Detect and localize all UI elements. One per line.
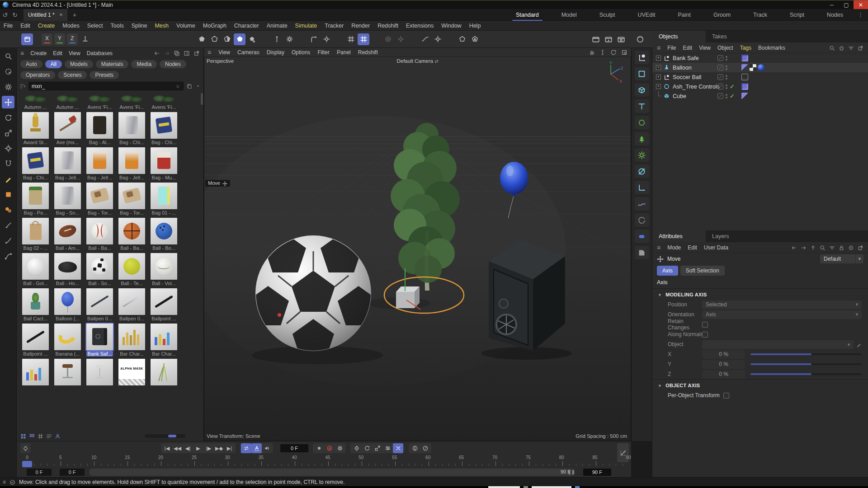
- search-input[interactable]: [32, 83, 175, 89]
- asset-item-bank-saf-[interactable]: Bank Saf...: [84, 324, 116, 357]
- tool-spline-tool[interactable]: [2, 249, 14, 262]
- asset-item-ball-ho-[interactable]: Ball - Ho...: [52, 253, 84, 286]
- layout-menu-icon[interactable]: ⋮: [858, 11, 868, 18]
- filter-button[interactable]: [848, 44, 854, 51]
- menu-modes[interactable]: Modes: [62, 23, 80, 29]
- asset-tab-auto[interactable]: Auto: [20, 60, 42, 68]
- asset-tab-all[interactable]: All: [45, 60, 62, 68]
- tool-pen[interactable]: [2, 173, 14, 185]
- expand-toggle[interactable]: +: [656, 65, 661, 70]
- slider-z[interactable]: [750, 373, 862, 375]
- playhead[interactable]: [22, 461, 32, 467]
- timeline-ruler[interactable]: 051015202530354045505560657075808590: [17, 455, 631, 468]
- value-field-z[interactable]: 0 %: [702, 370, 745, 379]
- mesh-add-button[interactable]: [246, 33, 258, 45]
- tool-fill-square[interactable]: [2, 188, 14, 201]
- asset-item[interactable]: [148, 359, 180, 385]
- maximize-button[interactable]: [621, 49, 627, 56]
- external-button[interactable]: [858, 244, 863, 250]
- menu-character[interactable]: Character: [234, 23, 259, 29]
- checkbox-per-object-transform[interactable]: [723, 393, 729, 399]
- attr-menu-edit[interactable]: Edit: [688, 244, 697, 251]
- hamburger-icon[interactable]: ≡: [208, 49, 211, 56]
- render-ball-button[interactable]: [634, 33, 646, 45]
- thumb-grid2-button[interactable]: [29, 433, 35, 439]
- document-tab[interactable]: Untitled 1 * ✕: [24, 9, 67, 21]
- hamburger-icon[interactable]: ≡: [657, 244, 660, 251]
- asset-item-bar-char-[interactable]: Bar Char...: [116, 324, 148, 357]
- mode-axis[interactable]: Axis: [657, 266, 678, 276]
- object-row-bank-safe[interactable]: +Bank Safe: [652, 53, 868, 63]
- visibility-dots[interactable]: [726, 56, 727, 61]
- view-label[interactable]: Perspective: [207, 58, 234, 64]
- menu-file[interactable]: File: [4, 23, 13, 29]
- asset-item-banana-[interactable]: Banana (...: [52, 324, 84, 357]
- asset-item-bag-02-[interactable]: Bag 02 - ...: [19, 218, 52, 251]
- tag-material[interactable]: [758, 64, 764, 71]
- asset-item-bag-jell-[interactable]: Bag - Jell...: [84, 147, 116, 180]
- tag-annotation[interactable]: [741, 74, 748, 80]
- dropdown-position[interactable]: Selected▼: [702, 300, 862, 309]
- asset-item-ballpoint-[interactable]: Ballpoint ...: [19, 324, 52, 357]
- tab-layers[interactable]: Layers: [706, 230, 759, 242]
- asset-tab-operators[interactable]: Operators: [20, 71, 55, 79]
- asset-menu-edit[interactable]: Edit: [53, 50, 62, 56]
- expand-toggle[interactable]: +: [656, 56, 661, 61]
- loop-toggle[interactable]: [241, 443, 251, 453]
- poly-outline-button[interactable]: [456, 33, 468, 45]
- key-pla-button[interactable]: [393, 443, 403, 453]
- asset-tab-presets[interactable]: Presets: [90, 71, 119, 79]
- tool-search[interactable]: [2, 50, 14, 62]
- search-button[interactable]: [829, 44, 835, 51]
- tweak-gear-button[interactable]: [283, 33, 295, 45]
- asset-item-ball-bo-[interactable]: Ball - Bo...: [148, 218, 180, 251]
- viewport-menu-filter[interactable]: Filter: [317, 49, 330, 56]
- tag-xpresso[interactable]: [741, 55, 748, 61]
- group-header[interactable]: ▼MODELING AXIS: [652, 288, 868, 300]
- lock-z-axis-button[interactable]: Z: [67, 33, 78, 45]
- current-frame-field[interactable]: 0 F: [280, 444, 308, 452]
- grid-snap-button[interactable]: [358, 33, 369, 45]
- make-editable-button[interactable]: [21, 33, 33, 45]
- mesh-solid-button[interactable]: [196, 33, 208, 45]
- asset-tab-scenes[interactable]: Scenes: [58, 71, 87, 79]
- grid-quantize-button[interactable]: [345, 33, 357, 45]
- asset-menu-databases[interactable]: Databases: [87, 50, 113, 56]
- tool-knife[interactable]: [2, 219, 14, 231]
- asset-item-bag-al-[interactable]: Bag - Al...: [84, 112, 116, 145]
- user-button[interactable]: [55, 433, 61, 439]
- mesh-outline-button[interactable]: [208, 33, 220, 45]
- attr-menu-mode[interactable]: Mode: [667, 244, 681, 251]
- asset-item-bag-01-[interactable]: Bag 01 - ...: [148, 183, 180, 216]
- pan-button[interactable]: [589, 49, 595, 56]
- viewport-menu-options[interactable]: Options: [292, 49, 310, 56]
- asset-item-ballpoint-[interactable]: Ballpoint ...: [148, 288, 180, 321]
- asset-item[interactable]: ALPHA MASK: [116, 359, 148, 385]
- asset-item-ball-ba-[interactable]: Ball - Ba...: [84, 218, 116, 251]
- edit-toggle[interactable]: [717, 55, 723, 61]
- transfer-arrow-button[interactable]: [308, 33, 320, 45]
- asset-item-bag-tor-[interactable]: Bag - Tor...: [84, 183, 116, 216]
- enabled-check-icon[interactable]: ✓: [730, 93, 735, 99]
- record-cam-button[interactable]: [420, 443, 430, 453]
- tool-spheres[interactable]: [2, 203, 14, 216]
- asset-item-ball-cact-[interactable]: Ball Cact...: [19, 288, 52, 321]
- close-button[interactable]: ✕: [854, 0, 868, 9]
- asset-item-ball-gol-[interactable]: Ball - Gol...: [19, 253, 52, 286]
- asset-item-bag-jell-[interactable]: Bag - Jell...: [116, 147, 148, 180]
- asset-menu-view[interactable]: View: [69, 50, 80, 56]
- render-view-button[interactable]: [590, 33, 602, 45]
- asset-item-bag-jell-[interactable]: Bag - Jell...: [52, 147, 84, 180]
- thumb-grid-button[interactable]: [20, 433, 26, 439]
- menu-volume[interactable]: Volume: [176, 23, 195, 29]
- radial-symmetry-button[interactable]: [382, 33, 394, 45]
- range-scrollbar[interactable]: 90 F ❚❚: [89, 469, 575, 476]
- dropdown-orientation[interactable]: Axis▼: [702, 310, 862, 319]
- asset-item-ballpen-0-[interactable]: Ballpen 0...: [84, 288, 116, 321]
- palette-gear-tool[interactable]: [635, 148, 649, 162]
- asset-item-bag-chi-[interactable]: Bag - Chi...: [19, 147, 52, 180]
- mesh-selected-button[interactable]: [234, 33, 245, 45]
- menu-window[interactable]: Window: [441, 23, 461, 29]
- asset-hscrollbar[interactable]: [145, 434, 185, 438]
- tool-scale[interactable]: [2, 127, 14, 139]
